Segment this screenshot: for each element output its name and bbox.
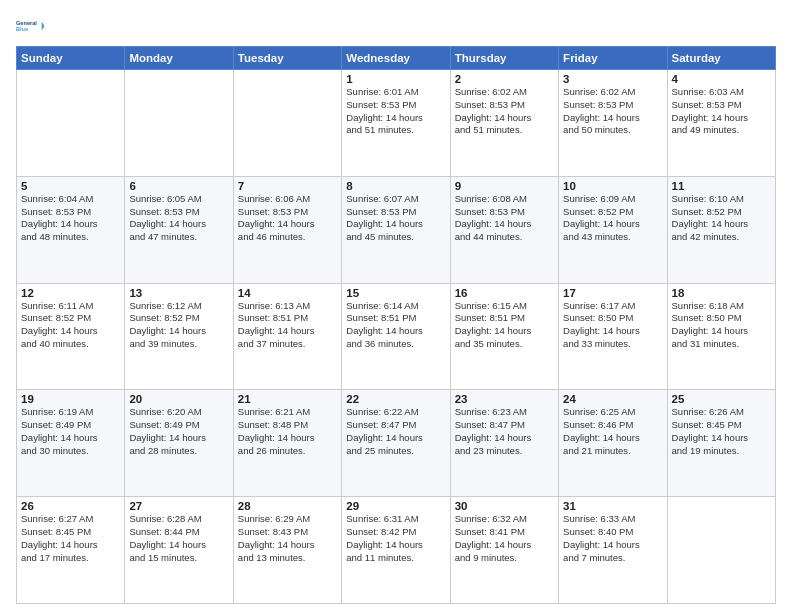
day-info: Sunrise: 6:29 AM Sunset: 8:43 PM Dayligh… xyxy=(238,513,337,564)
calendar-cell: 15Sunrise: 6:14 AM Sunset: 8:51 PM Dayli… xyxy=(342,283,450,390)
calendar-cell: 29Sunrise: 6:31 AM Sunset: 8:42 PM Dayli… xyxy=(342,497,450,604)
day-number: 25 xyxy=(672,393,771,405)
day-info: Sunrise: 6:02 AM Sunset: 8:53 PM Dayligh… xyxy=(563,86,662,137)
calendar-cell: 30Sunrise: 6:32 AM Sunset: 8:41 PM Dayli… xyxy=(450,497,558,604)
day-number: 1 xyxy=(346,73,445,85)
calendar-cell: 17Sunrise: 6:17 AM Sunset: 8:50 PM Dayli… xyxy=(559,283,667,390)
day-number: 26 xyxy=(21,500,120,512)
day-number: 2 xyxy=(455,73,554,85)
day-number: 6 xyxy=(129,180,228,192)
day-info: Sunrise: 6:07 AM Sunset: 8:53 PM Dayligh… xyxy=(346,193,445,244)
logo-icon: General Blue xyxy=(16,12,44,40)
day-info: Sunrise: 6:26 AM Sunset: 8:45 PM Dayligh… xyxy=(672,406,771,457)
calendar-cell: 10Sunrise: 6:09 AM Sunset: 8:52 PM Dayli… xyxy=(559,176,667,283)
day-number: 5 xyxy=(21,180,120,192)
week-row-3: 19Sunrise: 6:19 AM Sunset: 8:49 PM Dayli… xyxy=(17,390,776,497)
calendar-cell: 7Sunrise: 6:06 AM Sunset: 8:53 PM Daylig… xyxy=(233,176,341,283)
day-info: Sunrise: 6:03 AM Sunset: 8:53 PM Dayligh… xyxy=(672,86,771,137)
day-info: Sunrise: 6:12 AM Sunset: 8:52 PM Dayligh… xyxy=(129,300,228,351)
day-number: 4 xyxy=(672,73,771,85)
calendar-header-row: SundayMondayTuesdayWednesdayThursdayFrid… xyxy=(17,47,776,70)
calendar-cell: 1Sunrise: 6:01 AM Sunset: 8:53 PM Daylig… xyxy=(342,70,450,177)
week-row-0: 1Sunrise: 6:01 AM Sunset: 8:53 PM Daylig… xyxy=(17,70,776,177)
day-info: Sunrise: 6:25 AM Sunset: 8:46 PM Dayligh… xyxy=(563,406,662,457)
day-number: 19 xyxy=(21,393,120,405)
calendar-cell: 16Sunrise: 6:15 AM Sunset: 8:51 PM Dayli… xyxy=(450,283,558,390)
day-number: 24 xyxy=(563,393,662,405)
day-info: Sunrise: 6:10 AM Sunset: 8:52 PM Dayligh… xyxy=(672,193,771,244)
calendar-cell xyxy=(233,70,341,177)
day-number: 16 xyxy=(455,287,554,299)
day-number: 7 xyxy=(238,180,337,192)
col-header-thursday: Thursday xyxy=(450,47,558,70)
day-info: Sunrise: 6:18 AM Sunset: 8:50 PM Dayligh… xyxy=(672,300,771,351)
day-number: 11 xyxy=(672,180,771,192)
col-header-friday: Friday xyxy=(559,47,667,70)
col-header-saturday: Saturday xyxy=(667,47,775,70)
day-info: Sunrise: 6:32 AM Sunset: 8:41 PM Dayligh… xyxy=(455,513,554,564)
calendar-cell: 21Sunrise: 6:21 AM Sunset: 8:48 PM Dayli… xyxy=(233,390,341,497)
calendar: SundayMondayTuesdayWednesdayThursdayFrid… xyxy=(16,46,776,604)
day-number: 29 xyxy=(346,500,445,512)
calendar-cell xyxy=(667,497,775,604)
calendar-cell: 8Sunrise: 6:07 AM Sunset: 8:53 PM Daylig… xyxy=(342,176,450,283)
day-info: Sunrise: 6:28 AM Sunset: 8:44 PM Dayligh… xyxy=(129,513,228,564)
day-info: Sunrise: 6:27 AM Sunset: 8:45 PM Dayligh… xyxy=(21,513,120,564)
day-info: Sunrise: 6:17 AM Sunset: 8:50 PM Dayligh… xyxy=(563,300,662,351)
calendar-cell: 12Sunrise: 6:11 AM Sunset: 8:52 PM Dayli… xyxy=(17,283,125,390)
calendar-cell: 18Sunrise: 6:18 AM Sunset: 8:50 PM Dayli… xyxy=(667,283,775,390)
day-info: Sunrise: 6:11 AM Sunset: 8:52 PM Dayligh… xyxy=(21,300,120,351)
calendar-cell: 26Sunrise: 6:27 AM Sunset: 8:45 PM Dayli… xyxy=(17,497,125,604)
calendar-cell: 9Sunrise: 6:08 AM Sunset: 8:53 PM Daylig… xyxy=(450,176,558,283)
calendar-cell: 6Sunrise: 6:05 AM Sunset: 8:53 PM Daylig… xyxy=(125,176,233,283)
calendar-cell: 25Sunrise: 6:26 AM Sunset: 8:45 PM Dayli… xyxy=(667,390,775,497)
day-info: Sunrise: 6:08 AM Sunset: 8:53 PM Dayligh… xyxy=(455,193,554,244)
day-number: 8 xyxy=(346,180,445,192)
day-number: 13 xyxy=(129,287,228,299)
day-number: 9 xyxy=(455,180,554,192)
day-number: 30 xyxy=(455,500,554,512)
calendar-cell: 13Sunrise: 6:12 AM Sunset: 8:52 PM Dayli… xyxy=(125,283,233,390)
day-number: 20 xyxy=(129,393,228,405)
day-info: Sunrise: 6:19 AM Sunset: 8:49 PM Dayligh… xyxy=(21,406,120,457)
day-number: 21 xyxy=(238,393,337,405)
calendar-cell: 2Sunrise: 6:02 AM Sunset: 8:53 PM Daylig… xyxy=(450,70,558,177)
week-row-4: 26Sunrise: 6:27 AM Sunset: 8:45 PM Dayli… xyxy=(17,497,776,604)
day-number: 14 xyxy=(238,287,337,299)
day-number: 17 xyxy=(563,287,662,299)
calendar-cell xyxy=(125,70,233,177)
calendar-cell: 22Sunrise: 6:22 AM Sunset: 8:47 PM Dayli… xyxy=(342,390,450,497)
day-number: 3 xyxy=(563,73,662,85)
calendar-cell: 5Sunrise: 6:04 AM Sunset: 8:53 PM Daylig… xyxy=(17,176,125,283)
header: General Blue xyxy=(16,12,776,40)
day-number: 31 xyxy=(563,500,662,512)
day-info: Sunrise: 6:01 AM Sunset: 8:53 PM Dayligh… xyxy=(346,86,445,137)
calendar-cell: 4Sunrise: 6:03 AM Sunset: 8:53 PM Daylig… xyxy=(667,70,775,177)
week-row-2: 12Sunrise: 6:11 AM Sunset: 8:52 PM Dayli… xyxy=(17,283,776,390)
svg-text:General: General xyxy=(16,20,37,26)
calendar-cell xyxy=(17,70,125,177)
day-info: Sunrise: 6:21 AM Sunset: 8:48 PM Dayligh… xyxy=(238,406,337,457)
day-number: 23 xyxy=(455,393,554,405)
day-info: Sunrise: 6:09 AM Sunset: 8:52 PM Dayligh… xyxy=(563,193,662,244)
day-number: 12 xyxy=(21,287,120,299)
calendar-cell: 27Sunrise: 6:28 AM Sunset: 8:44 PM Dayli… xyxy=(125,497,233,604)
col-header-wednesday: Wednesday xyxy=(342,47,450,70)
day-info: Sunrise: 6:05 AM Sunset: 8:53 PM Dayligh… xyxy=(129,193,228,244)
day-number: 18 xyxy=(672,287,771,299)
logo: General Blue xyxy=(16,12,44,40)
calendar-cell: 28Sunrise: 6:29 AM Sunset: 8:43 PM Dayli… xyxy=(233,497,341,604)
calendar-cell: 14Sunrise: 6:13 AM Sunset: 8:51 PM Dayli… xyxy=(233,283,341,390)
calendar-cell: 3Sunrise: 6:02 AM Sunset: 8:53 PM Daylig… xyxy=(559,70,667,177)
day-info: Sunrise: 6:20 AM Sunset: 8:49 PM Dayligh… xyxy=(129,406,228,457)
day-number: 28 xyxy=(238,500,337,512)
day-info: Sunrise: 6:04 AM Sunset: 8:53 PM Dayligh… xyxy=(21,193,120,244)
svg-text:Blue: Blue xyxy=(16,26,28,32)
calendar-cell: 24Sunrise: 6:25 AM Sunset: 8:46 PM Dayli… xyxy=(559,390,667,497)
day-info: Sunrise: 6:06 AM Sunset: 8:53 PM Dayligh… xyxy=(238,193,337,244)
week-row-1: 5Sunrise: 6:04 AM Sunset: 8:53 PM Daylig… xyxy=(17,176,776,283)
col-header-monday: Monday xyxy=(125,47,233,70)
day-info: Sunrise: 6:31 AM Sunset: 8:42 PM Dayligh… xyxy=(346,513,445,564)
calendar-cell: 23Sunrise: 6:23 AM Sunset: 8:47 PM Dayli… xyxy=(450,390,558,497)
day-info: Sunrise: 6:02 AM Sunset: 8:53 PM Dayligh… xyxy=(455,86,554,137)
